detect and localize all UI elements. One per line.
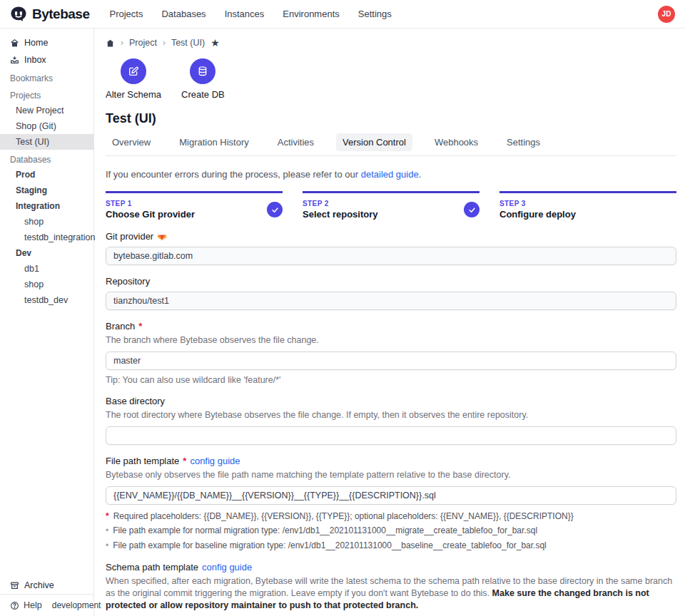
version-control-form: Git provider Repository — [106, 231, 676, 616]
sidebar-help-bar: Help development — [0, 594, 93, 616]
note-marker: • — [106, 525, 108, 537]
page-title: Test (UI) — [106, 111, 676, 126]
breadcrumb: › Project › Test (UI) ★ — [106, 37, 676, 48]
branch-description: The branch where Bytebase observes the f… — [106, 334, 676, 346]
sidebar-section-bookmarks: Bookmarks — [0, 68, 93, 86]
nav-link-databases[interactable]: Databases — [161, 9, 206, 19]
step-2-select-repository: STEP 2 Select repository — [303, 191, 480, 220]
tab-webhooks[interactable]: Webhooks — [428, 133, 484, 151]
base-directory-input[interactable] — [106, 426, 676, 445]
repository-input[interactable] — [106, 292, 676, 310]
quick-actions: Alter Schema Create DB — [106, 58, 676, 100]
bytebase-logo[interactable]: Bytebase — [10, 6, 90, 23]
sidebar-inbox-label: Inbox — [24, 55, 46, 65]
tab-overview[interactable]: Overview — [106, 133, 157, 151]
base-directory-description: The root directory where Bytebase observ… — [106, 409, 676, 421]
sidebar-env-prod[interactable]: Prod — [0, 167, 93, 183]
alter-schema-label: Alter Schema — [106, 89, 161, 100]
step-2-check-icon — [464, 202, 480, 217]
breadcrumb-project[interactable]: Project — [129, 38, 157, 48]
step-1-eyebrow: STEP 1 — [106, 200, 195, 207]
sidebar-db-db1[interactable]: db1 — [0, 261, 93, 277]
tab-activities[interactable]: Activities — [271, 133, 320, 151]
detailed-guide-link[interactable]: detailed guide — [361, 169, 419, 180]
sidebar-env-staging[interactable]: Staging — [0, 183, 93, 198]
breadcrumb-separator: › — [121, 38, 123, 48]
step-2-eyebrow: STEP 2 — [303, 200, 378, 207]
sidebar-item-test-ui[interactable]: Test (UI) — [0, 134, 93, 150]
repository-group: Repository — [106, 276, 676, 310]
main-content: › Project › Test (UI) ★ Alter Schema Cre… — [94, 29, 685, 616]
sidebar-item-new-project[interactable]: New Project — [0, 103, 93, 118]
step-2-title: Select repository — [303, 209, 378, 220]
sidebar-db-shop-dev[interactable]: shop — [0, 277, 93, 292]
breadcrumb-current[interactable]: Test (UI) — [171, 38, 205, 48]
nav-link-settings[interactable]: Settings — [358, 9, 392, 19]
branch-tip: Tip: You can also use wildcard like 'fea… — [106, 375, 676, 385]
nav-link-projects[interactable]: Projects — [110, 9, 143, 19]
sidebar-env-integration[interactable]: Integration — [0, 198, 93, 214]
setup-steps: STEP 1 Choose Git provider STEP 2 Select… — [106, 191, 676, 220]
sidebar-env-dev[interactable]: Dev — [0, 245, 93, 261]
notice-suffix: . — [419, 169, 422, 180]
user-avatar[interactable]: JD — [658, 6, 675, 23]
error-help-notice: If you encounter errors during the proce… — [106, 169, 676, 180]
sidebar-db-testdb-dev[interactable]: testdb_dev — [0, 292, 93, 308]
breadcrumb-separator: › — [163, 38, 166, 48]
step-1-choose-git-provider: STEP 1 Choose Git provider — [106, 191, 283, 220]
branch-input[interactable] — [106, 351, 676, 370]
schema-path-template-group: Schema path template config guide When s… — [106, 562, 676, 616]
schema-path-template-description: When specified, after each migration, By… — [106, 575, 676, 612]
tab-settings[interactable]: Settings — [500, 133, 547, 151]
nav-link-environments[interactable]: Environments — [283, 9, 339, 19]
step-3-title: Configure deploy — [499, 209, 576, 220]
sidebar-item-home[interactable]: Home — [0, 34, 93, 51]
sidebar-item-inbox[interactable]: Inbox — [0, 51, 93, 68]
step-1-check-icon — [267, 202, 283, 217]
file-path-template-input[interactable] — [106, 486, 676, 505]
create-db-button[interactable]: Create DB — [181, 58, 225, 100]
notice-text: If you encounter errors during the proce… — [106, 169, 361, 180]
sidebar-item-shop-git[interactable]: Shop (Git) — [0, 118, 93, 134]
file-path-template-label: File path template — [106, 456, 179, 466]
sidebar-db-shop-integration[interactable]: shop — [0, 214, 93, 230]
file-path-note-baseline-example: File path example for baseline migration… — [113, 540, 547, 552]
breadcrumb-home-icon[interactable] — [106, 38, 115, 48]
git-provider-label: Git provider — [106, 231, 153, 242]
tab-migration-history[interactable]: Migration History — [173, 133, 255, 151]
git-provider-group: Git provider — [106, 231, 676, 265]
create-db-icon — [190, 58, 215, 84]
sidebar-home-label: Home — [24, 38, 48, 48]
tab-version-control[interactable]: Version Control — [336, 133, 412, 151]
file-path-config-guide-link[interactable]: config guide — [190, 456, 240, 466]
repository-label: Repository — [106, 276, 150, 287]
sidebar-archive-label: Archive — [24, 580, 54, 590]
help-icon — [10, 601, 19, 610]
file-path-note-normal-example: File path example for normal migration t… — [113, 525, 537, 537]
favorite-star-icon[interactable]: ★ — [210, 37, 220, 48]
top-navbar: Bytebase Projects Databases Instances En… — [0, 0, 685, 29]
alter-schema-button[interactable]: Alter Schema — [106, 58, 161, 100]
git-provider-input[interactable] — [106, 247, 676, 265]
sidebar-section-projects: Projects — [0, 86, 93, 103]
brand-name: Bytebase — [32, 6, 90, 22]
branch-group: Branch * The branch where Bytebase obser… — [106, 321, 676, 385]
file-path-note-required: Required placeholders: {{DB_NAME}}, {{VE… — [113, 511, 574, 523]
bytebase-logo-icon — [10, 6, 27, 23]
sidebar: Home Inbox Bookmarks Projects New Projec… — [0, 29, 94, 616]
nav-link-instances[interactable]: Instances — [225, 9, 265, 19]
alter-schema-icon — [121, 58, 146, 84]
sidebar-db-testdb-integration[interactable]: testdb_integration — [0, 230, 93, 245]
sidebar-item-archive[interactable]: Archive — [0, 577, 93, 594]
schema-path-config-guide-link[interactable]: config guide — [202, 562, 252, 573]
sidebar-section-databases: Databases — [0, 150, 93, 167]
step-3-eyebrow: STEP 3 — [499, 200, 576, 207]
branch-required-mark: * — [138, 321, 142, 332]
file-path-required-mark: * — [183, 456, 186, 466]
file-path-template-description: Bytebase only observes the file path nam… — [106, 469, 676, 481]
file-path-notes: *Required placeholders: {{DB_NAME}}, {{V… — [106, 511, 676, 552]
home-icon — [10, 38, 19, 48]
archive-icon — [10, 581, 19, 590]
base-directory-label: Base directory — [106, 396, 165, 406]
help-button[interactable]: Help — [10, 600, 42, 610]
